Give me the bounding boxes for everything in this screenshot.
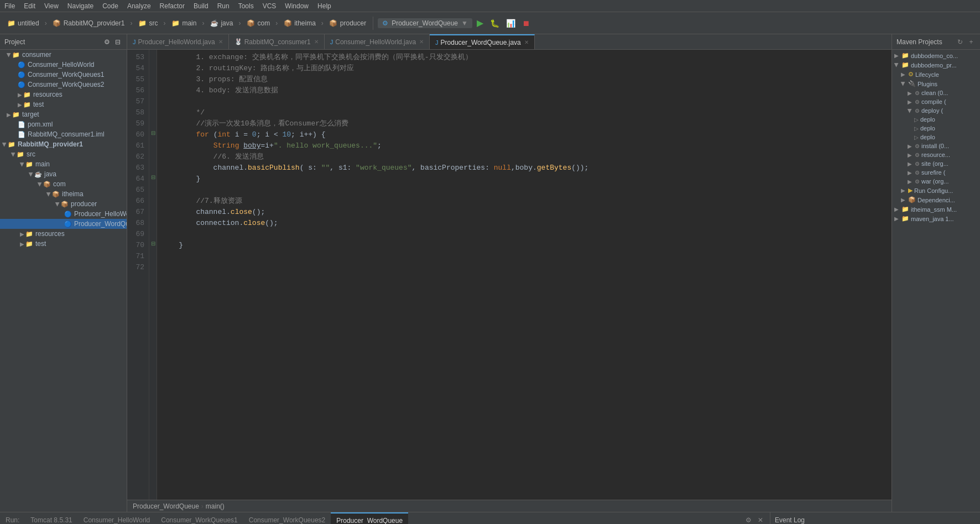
menu-view[interactable]: View — [40, 1, 63, 11]
fold-marker[interactable] — [149, 260, 157, 271]
main-button[interactable]: 📁 main — [169, 18, 199, 29]
module-button[interactable]: 📦 RabbitMQ_provider1 — [50, 18, 127, 29]
fold-marker[interactable] — [149, 83, 157, 94]
tab-close-button[interactable]: ✕ — [524, 39, 529, 45]
run-tab-consumer-helloworld[interactable]: Consumer_HelloWorld — [78, 512, 156, 524]
run-button[interactable]: ▶ — [475, 17, 486, 29]
code-content[interactable]: 1. exchange: 交换机名称，同平换机下交换机会按消费的（同平换机-只发… — [157, 50, 892, 500]
tree-item-provider1[interactable]: ▶ 📁 RabbitMQ_provider1 — [0, 139, 127, 149]
fold-marker[interactable] — [149, 116, 157, 127]
maven-item-compile[interactable]: ▶ ⚙ compile ( — [892, 97, 980, 106]
menu-code[interactable]: Code — [98, 1, 123, 11]
maven-item-surefire[interactable]: ▶ ⚙ surefire ( — [892, 168, 980, 177]
run-tab-run[interactable]: Run: — [0, 512, 25, 524]
fold-marker[interactable] — [149, 105, 157, 116]
menu-analyze[interactable]: Analyze — [123, 1, 155, 11]
breadcrumb-file[interactable]: Producer_WordQueue — [133, 502, 199, 510]
menu-tools[interactable]: Tools — [234, 1, 258, 11]
tab-consumer-helloworld[interactable]: J Consumer_HelloWorld.java ✕ — [325, 34, 430, 50]
maven-item-site[interactable]: ▶ ⚙ site (org... — [892, 159, 980, 168]
tree-item-iml[interactable]: 📄 RabbitMQ_consumer1.iml — [0, 129, 127, 139]
maven-item-dependencies[interactable]: ▶ 📦 Dependenci... — [892, 195, 980, 205]
stop-button[interactable]: ⏹ — [520, 18, 532, 29]
tab-producer-helloworld[interactable]: J Producer_HelloWorld.java ✕ — [127, 34, 229, 50]
code-editor[interactable]: 5354555657 5859606162 6364656667 6869707… — [127, 50, 892, 500]
coverage-button[interactable]: 📊 — [504, 18, 518, 29]
src-button[interactable]: 📁 src — [135, 18, 160, 29]
maven-item-resource[interactable]: ▶ ⚙ resource... — [892, 150, 980, 159]
run-tab-tomcat[interactable]: Tomcat 8.5.31 — [25, 512, 77, 524]
tree-item-producer-pkg[interactable]: ▶ 📦 producer — [0, 199, 127, 209]
producer-button[interactable]: 📦 producer — [327, 18, 368, 29]
run-tab-producer-wordqueue[interactable]: Producer_WordQueue — [331, 512, 408, 524]
fold-marker[interactable] — [149, 149, 157, 160]
project-name-button[interactable]: 📁 untitled — [4, 18, 41, 29]
tree-item-test[interactable]: ▶ 📁 test — [0, 99, 127, 109]
menu-build[interactable]: Build — [189, 1, 213, 11]
tree-item-test2[interactable]: ▶ 📁 test — [0, 239, 127, 249]
tree-item-producer-wordqueue[interactable]: 🔵 Producer_WordQueue — [0, 219, 127, 229]
fold-marker[interactable] — [149, 138, 157, 149]
tree-item-consumer-workqueues2[interactable]: 🔵 Consumer_WorkQueues2 — [0, 80, 127, 90]
run-tab-consumer-workqueues1[interactable]: Consumer_WorkQueues1 — [155, 512, 243, 524]
menu-navigate[interactable]: Navigate — [63, 1, 98, 11]
maven-item-deploy[interactable]: ▶ ⚙ deploy ( — [892, 106, 980, 115]
tab-close-button[interactable]: ✕ — [419, 39, 424, 45]
fold-marker[interactable] — [149, 205, 157, 216]
tree-item-consumer-helloworld[interactable]: 🔵 Consumer_HelloWorld — [0, 60, 127, 70]
fold-marker[interactable] — [149, 182, 157, 193]
tree-item-main[interactable]: ▶ 📁 main — [0, 159, 127, 169]
maven-item-deplo3[interactable]: ▷ deplo — [892, 133, 980, 142]
menu-run[interactable]: Run — [213, 1, 234, 11]
fold-marker[interactable] — [149, 216, 157, 227]
tree-item-producer-helloworld[interactable]: 🔵 Producer_HelloWorld — [0, 209, 127, 219]
fold-marker[interactable] — [149, 160, 157, 171]
tree-item-itheima[interactable]: ▶ 📦 itheima — [0, 189, 127, 199]
fold-marker[interactable] — [149, 227, 157, 238]
tree-item-consumer-workqueues1[interactable]: 🔵 Consumer_WorkQueues1 — [0, 70, 127, 80]
java-button[interactable]: ☕ java — [207, 18, 235, 29]
breadcrumb-method[interactable]: main() — [206, 502, 225, 510]
maven-item-clean[interactable]: ▶ ⚙ clean (0... — [892, 88, 980, 97]
maven-item-lifecycle[interactable]: ▶ ⚙ Lifecycle — [892, 70, 980, 79]
menu-help[interactable]: Help — [313, 1, 336, 11]
run-tab-consumer-workqueues2[interactable]: Consumer_WorkQueues2 — [243, 512, 331, 524]
fold-marker[interactable] — [149, 50, 157, 61]
settings-icon[interactable]: ⚙ — [743, 515, 753, 525]
tree-item-pom[interactable]: 📄 pom.xml — [0, 119, 127, 129]
run-config-selector[interactable]: ⚙ Producer_WordQueue ▼ — [378, 18, 472, 28]
tree-item-src[interactable]: ▶ 📁 src — [0, 149, 127, 159]
com-button[interactable]: 📦 com — [244, 18, 272, 29]
tree-item-resources[interactable]: ▶ 📁 resources — [0, 90, 127, 99]
collapse-icon[interactable]: ⊟ — [113, 38, 122, 46]
tree-item-resources2[interactable]: ▶ 📁 resources — [0, 229, 127, 239]
maven-item-install[interactable]: ▶ ⚙ install (0... — [892, 142, 980, 150]
fold-marker[interactable] — [149, 72, 157, 83]
menu-refactor[interactable]: Refactor — [155, 1, 189, 11]
maven-item-war[interactable]: ▶ ⚙ war (org... — [892, 177, 980, 186]
settings-cog-icon[interactable]: ⚙ — [102, 38, 111, 46]
tree-item-java[interactable]: ▶ ☕ java — [0, 169, 127, 179]
tab-producer-wordqueue[interactable]: J Producer_WordQueue.java ✕ — [430, 34, 535, 50]
debug-button[interactable]: 🐛 — [488, 18, 502, 29]
maven-item-run-config[interactable]: ▶ ▶ Run Configu... — [892, 186, 980, 195]
fold-marker[interactable] — [149, 61, 157, 72]
maven-item-deplo2[interactable]: ▷ deplo — [892, 124, 980, 133]
menu-file[interactable]: File — [0, 1, 19, 11]
maven-item-maven-java[interactable]: ▶ 📁 maven_java 1... — [892, 214, 980, 223]
menu-vcs[interactable]: VCS — [258, 1, 281, 11]
menu-edit[interactable]: Edit — [19, 1, 40, 11]
itheima-button[interactable]: 📦 itheima — [281, 18, 318, 29]
tab-close-button[interactable]: ✕ — [218, 39, 223, 45]
maven-add-icon[interactable]: + — [967, 38, 976, 46]
tab-rabbitmq-consumer[interactable]: 🐰 RabbitMQ_consumer1 ✕ — [229, 34, 325, 50]
tree-item-consumer[interactable]: ▶ 📁 consumer — [0, 50, 127, 60]
maven-item-itheima-ssm[interactable]: ▶ 📁 itheima_ssm M... — [892, 205, 980, 214]
maven-item-dubbodemo-co[interactable]: ▶ 📁 dubbodemo_co... — [892, 51, 980, 60]
maven-item-dubbodemo-pr[interactable]: ▶ 📁 dubbodemo_pr... — [892, 60, 980, 70]
close-run-icon[interactable]: ✕ — [755, 515, 765, 525]
tree-item-target[interactable]: ▶ 📁 target — [0, 109, 127, 119]
tree-item-com[interactable]: ▶ 📦 com — [0, 179, 127, 189]
maven-item-plugins[interactable]: ▶ 🔌 Plugins — [892, 79, 980, 88]
menu-window[interactable]: Window — [280, 1, 313, 11]
